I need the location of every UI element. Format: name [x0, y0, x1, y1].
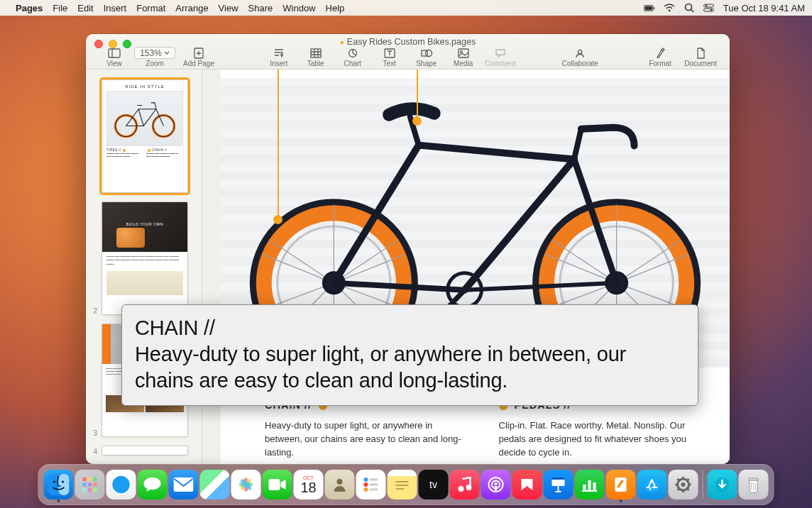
- menu-share[interactable]: Share: [248, 3, 273, 13]
- callout-line: [278, 70, 279, 219]
- dock-pages[interactable]: [606, 470, 636, 499]
- svg-rect-62: [370, 489, 378, 491]
- dock-photos[interactable]: [231, 470, 261, 499]
- svg-point-63: [459, 486, 464, 492]
- hover-text-body: Heavy-duty to super light, or anywhere i…: [135, 341, 685, 394]
- menu-insert[interactable]: Insert: [104, 3, 127, 13]
- toolbar-media[interactable]: Media: [445, 47, 482, 67]
- text-block-pedals[interactable]: PEDALS // Clip-in. Flat. Race worthy. Me…: [499, 398, 702, 460]
- svg-rect-41: [88, 483, 92, 487]
- dock-reminders[interactable]: [356, 470, 386, 499]
- svg-rect-34: [59, 474, 70, 495]
- svg-rect-69: [552, 477, 565, 480]
- window-titlebar: ●Easy Rides Custom Bikes.pages View 153%…: [86, 34, 730, 70]
- spotlight-icon[interactable]: [684, 3, 695, 13]
- toolbar-comment: Comment: [482, 47, 519, 67]
- dock-facetime[interactable]: [263, 470, 292, 499]
- app-menu[interactable]: Pages: [16, 3, 43, 13]
- svg-point-8: [710, 9, 713, 11]
- svg-point-35: [53, 480, 55, 482]
- dock-numbers[interactable]: [575, 470, 605, 499]
- control-center-icon[interactable]: [703, 3, 715, 13]
- svg-point-61: [364, 487, 368, 492]
- svg-rect-43: [83, 488, 87, 492]
- text-block-chain[interactable]: CHAIN // Heavy-duty to super light, or a…: [265, 398, 468, 460]
- dock-launchpad[interactable]: [75, 470, 105, 499]
- svg-rect-44: [88, 488, 92, 492]
- svg-point-3: [668, 10, 670, 12]
- menu-arrange[interactable]: Arrange: [175, 3, 208, 13]
- svg-rect-5: [704, 4, 714, 7]
- toolbar-shape[interactable]: Shape: [408, 47, 445, 67]
- dock: ⬈ OCT18 tv: [38, 464, 774, 505]
- dock-news[interactable]: [512, 470, 542, 499]
- toolbar-document[interactable]: Document: [679, 47, 723, 67]
- svg-rect-55: [269, 479, 280, 490]
- toolbar-table[interactable]: Table: [297, 47, 334, 67]
- dock-downloads[interactable]: [708, 470, 737, 499]
- svg-point-57: [364, 477, 368, 482]
- svg-rect-39: [94, 477, 97, 481]
- dock-maps[interactable]: ⬈: [200, 470, 230, 499]
- callout-dot-icon: [412, 116, 422, 126]
- callout-dot-icon: [273, 215, 282, 224]
- svg-rect-58: [370, 479, 378, 481]
- svg-rect-42: [94, 483, 97, 487]
- svg-rect-38: [88, 477, 92, 481]
- dock-finder[interactable]: [44, 470, 74, 499]
- dock-contacts[interactable]: [325, 470, 355, 499]
- hover-text-overlay: CHAIN // Heavy-duty to super light, or a…: [121, 304, 698, 406]
- menu-format[interactable]: Format: [136, 3, 165, 13]
- menu-view[interactable]: View: [219, 3, 238, 13]
- dock-system-settings[interactable]: [669, 470, 698, 499]
- page-thumbnail-1[interactable]: RIDE IN STYLE TIRES //▬▬▬ ▬▬ ▬▬▬▬ ▬▬▬ ▬▬…: [102, 79, 188, 193]
- svg-rect-2: [653, 6, 654, 9]
- svg-rect-1: [644, 6, 652, 10]
- page-number: 3: [90, 429, 97, 437]
- page-thumbnail-2[interactable]: BUILD YOUR OWN ▬▬▬ ▬▬ ▬▬▬▬ ▬▬▬ ▬▬ ▬▬▬▬ ▬…: [102, 201, 188, 315]
- menubar-clock[interactable]: Tue Oct 18 9:41 AM: [723, 3, 805, 13]
- dock-calendar[interactable]: OCT18: [294, 470, 324, 499]
- page-thumbnail-4[interactable]: [102, 446, 188, 455]
- svg-rect-50: [174, 477, 194, 492]
- svg-point-18: [578, 50, 582, 53]
- toolbar-text[interactable]: Text: [371, 47, 408, 67]
- menu-window[interactable]: Window: [282, 3, 315, 13]
- svg-point-15: [425, 50, 432, 56]
- dock-music[interactable]: [450, 470, 480, 499]
- toolbar-insert[interactable]: Insert: [260, 47, 297, 67]
- dock-tv[interactable]: tv: [419, 470, 449, 499]
- dock-messages[interactable]: [138, 470, 168, 499]
- wifi-icon[interactable]: [664, 3, 675, 13]
- toolbar-zoom[interactable]: 153% Zoom: [133, 47, 177, 67]
- menu-file[interactable]: File: [53, 3, 67, 13]
- hover-text-heading: CHAIN //: [135, 315, 685, 341]
- svg-rect-11: [311, 49, 321, 57]
- menu-help[interactable]: Help: [326, 3, 345, 13]
- menu-edit[interactable]: Edit: [77, 3, 93, 13]
- dock-notes[interactable]: [388, 470, 417, 499]
- dock-separator: [703, 470, 703, 499]
- toolbar-view[interactable]: View: [96, 47, 133, 67]
- battery-icon[interactable]: [644, 3, 655, 13]
- toolbar-format[interactable]: Format: [642, 47, 679, 67]
- menu-bar: Pages File Edit Insert Format Arrange Vi…: [0, 0, 812, 16]
- svg-rect-37: [83, 477, 87, 481]
- svg-point-56: [337, 479, 343, 485]
- dock-safari[interactable]: [106, 470, 136, 499]
- svg-point-4: [685, 4, 691, 11]
- svg-point-22: [153, 116, 174, 137]
- dock-app-store[interactable]: [637, 470, 667, 499]
- toolbar-chart[interactable]: Chart: [334, 47, 371, 67]
- svg-rect-79: [749, 478, 759, 480]
- dock-podcasts[interactable]: [481, 470, 511, 499]
- svg-rect-9: [109, 49, 120, 57]
- page-number: 4: [90, 448, 97, 455]
- toolbar-add-page[interactable]: Add Page: [177, 47, 221, 67]
- svg-rect-40: [83, 483, 87, 487]
- toolbar-collaborate[interactable]: Collaborate: [558, 47, 602, 67]
- dock-mail[interactable]: [169, 470, 199, 499]
- svg-point-7: [706, 5, 708, 7]
- dock-keynote[interactable]: [544, 470, 574, 499]
- dock-trash[interactable]: [739, 470, 769, 499]
